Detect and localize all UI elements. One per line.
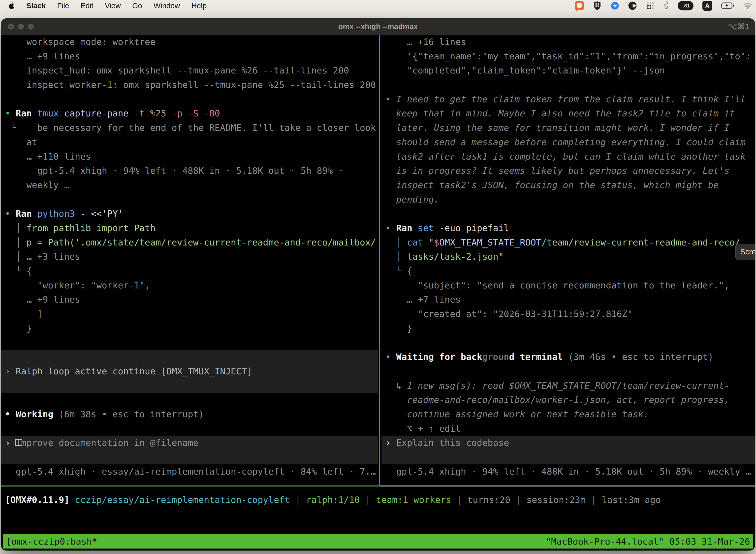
- token: … +16 lines: [385, 37, 466, 47]
- token: •: [385, 94, 396, 104]
- terminal-line: └ {: [381, 264, 755, 278]
- token: -S: [188, 108, 204, 118]
- token: -t: [134, 108, 150, 118]
- token: └ {: [5, 266, 32, 276]
- terminal-line: inspect task2's JSON, focusing on the st…: [381, 178, 755, 192]
- token: ⌥ + ↑ edit: [385, 424, 460, 434]
- terminal-line: "subject": "send a concise recommendatio…: [381, 278, 755, 293]
- token: Ran: [396, 223, 418, 233]
- messenger-bolt-icon[interactable]: [611, 1, 619, 11]
- omx-status-line: [OMX#0.11.9] cczip/essay/ai-reimplementa…: [1, 493, 755, 507]
- menu-file[interactable]: File: [57, 1, 69, 10]
- token: at: [5, 137, 37, 147]
- key-a-icon[interactable]: A: [702, 1, 712, 11]
- token: "completed","claim_token":"claim-token"}…: [385, 65, 665, 75]
- menu-app-name[interactable]: Slack: [26, 1, 46, 10]
- terminal-line: [1, 92, 378, 107]
- terminal-line: weekly …: [1, 178, 378, 192]
- wifi-icon[interactable]: [743, 1, 753, 11]
- terminal-line: "worker": "worker-1",: [1, 278, 378, 293]
- token: Ran: [16, 209, 37, 219]
- token: … +110 lines: [5, 151, 91, 162]
- terminal-line: │ cat "$OMX_TEAM_STATE_ROOT/team/review-…: [381, 235, 755, 250]
- menu-view[interactable]: View: [105, 1, 121, 10]
- hook-squiggle-icon[interactable]: [664, 1, 669, 11]
- text-cursor: I: [16, 438, 21, 448]
- token: |: [360, 495, 376, 505]
- shield-grid-icon[interactable]: [593, 1, 602, 11]
- token: •: [5, 409, 16, 419]
- token: ]: [5, 309, 43, 319]
- token: task2 after task1 is complete, but can I…: [385, 151, 746, 162]
- badge-61-icon[interactable]: ..61: [678, 1, 693, 10]
- composer-input[interactable]: › Explain this codebase: [381, 436, 755, 450]
- terminal-line: readme-and-reco/mailbox/worker-1.json, a…: [381, 393, 755, 407]
- token: /team/review-current-readme-and-reco/: [542, 237, 740, 247]
- composer-input[interactable]: › Improve documentation in @filename: [1, 436, 378, 450]
- token: … +7 lines: [385, 294, 460, 304]
- menu-bar: Slack File Edit View Go Window Help ..61…: [0, 0, 756, 11]
- screen-share-icon[interactable]: [575, 1, 584, 11]
- token: groun: [482, 352, 509, 362]
- tmux-session-label: [omx-cczip0:bash*: [6, 536, 97, 547]
- dots-grid-icon[interactable]: [646, 1, 655, 11]
- token: '{"team_name":"my-team","task_id":"1","f…: [385, 51, 751, 61]
- token: tmux: [37, 108, 64, 118]
- terminal-line[interactable]: [1, 450, 378, 464]
- token: Working: [16, 409, 59, 419]
- token: │: [385, 252, 407, 262]
- ran-python-command-line: • Ran python3 - <<'PY': [1, 207, 378, 221]
- thinking-text: • I need to get the claim token from the…: [381, 92, 755, 107]
- menu-go[interactable]: Go: [132, 1, 142, 10]
- terminal-line: [381, 335, 755, 350]
- token: •: [385, 223, 396, 233]
- token: -p: [172, 108, 188, 118]
- token: team:1 workers: [376, 495, 451, 505]
- token: (6m 38s • esc to interrupt): [59, 409, 204, 419]
- token: 'PY': [102, 209, 123, 219]
- token: python3: [37, 209, 80, 219]
- battery-charging-icon[interactable]: [721, 1, 734, 11]
- token: │: [5, 237, 26, 247]
- pac-disk-icon[interactable]: [628, 1, 637, 11]
- token: should send a message before completing …: [385, 137, 746, 147]
- terminal-line: ]: [1, 307, 378, 321]
- token: |: [586, 495, 602, 505]
- token: p = Path('.omx/state/team/review-current…: [26, 237, 376, 247]
- token: ralph:1/10: [306, 495, 360, 505]
- token: Ralph loop active continue [OMX_TMUX_INJ…: [16, 366, 252, 376]
- token: $: [434, 237, 439, 247]
- terminal-line: [1, 379, 378, 393]
- terminal-line: │ p = Path('.omx/state/team/review-curre…: [1, 235, 378, 250]
- token: -: [80, 209, 91, 219]
- terminal-line[interactable]: [381, 450, 755, 464]
- token: └ {: [385, 266, 412, 276]
- terminal-line: "created_at": "2026-03-31T11:59:27.816Z": [381, 307, 755, 321]
- token: •: [5, 108, 16, 118]
- token: OMX_TEAM_STATE_ROOT: [439, 237, 542, 247]
- new-message-notice: ↳ 1 new msg(s): read $OMX_TEAM_STATE_ROO…: [381, 379, 755, 393]
- token: mprove documentation in @filename: [21, 438, 198, 448]
- terminal-line: pending.: [381, 192, 755, 207]
- token: •: [385, 352, 396, 362]
- apple-menu-icon[interactable]: [8, 1, 16, 10]
- terminal-line: [1, 350, 378, 364]
- pane-divider[interactable]: [379, 35, 380, 486]
- token: }: [385, 323, 412, 333]
- terminal-line: at: [1, 135, 378, 150]
- menu-help[interactable]: Help: [191, 1, 207, 10]
- token: gpt-5.4 xhigh · 94% left · 488K in · 5.1…: [5, 166, 343, 176]
- token: session:23m: [526, 495, 585, 505]
- menu-edit[interactable]: Edit: [81, 1, 93, 10]
- token: |: [451, 495, 467, 505]
- window-titlebar[interactable]: omx --xhigh --madmax ⌥⌘1: [1, 18, 755, 35]
- terminal-line: [381, 78, 755, 92]
- terminal-line: [1, 192, 378, 207]
- terminal-line: │ … +3 lines: [1, 250, 378, 264]
- terminal-line: │ from pathlib import Path: [1, 221, 378, 235]
- token: ›: [5, 438, 16, 448]
- terminal-line: … +110 lines: [1, 150, 378, 164]
- terminal-line: }: [1, 321, 378, 336]
- token: •: [5, 209, 16, 219]
- menu-window[interactable]: Window: [153, 1, 180, 10]
